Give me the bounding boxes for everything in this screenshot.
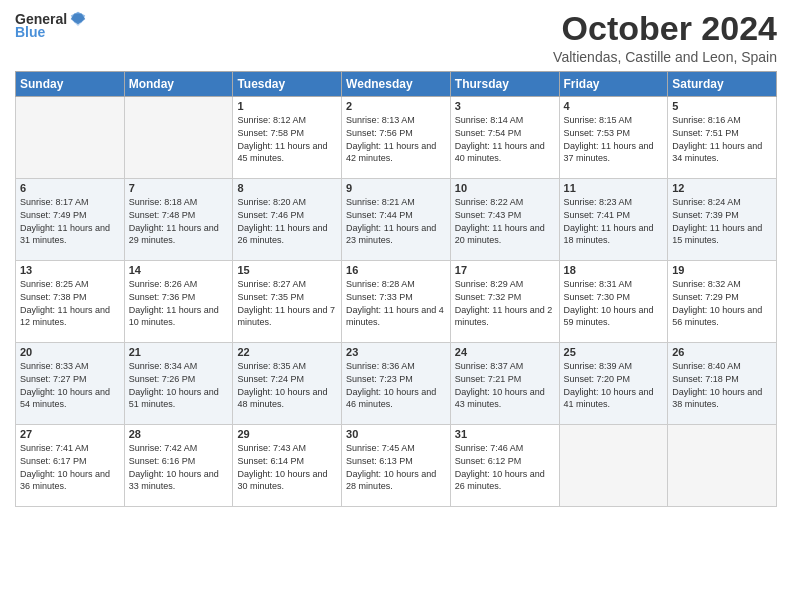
day-number: 21	[129, 346, 229, 358]
table-row	[668, 425, 777, 507]
table-row: 20Sunrise: 8:33 AMSunset: 7:27 PMDayligh…	[16, 343, 125, 425]
day-number: 17	[455, 264, 555, 276]
day-info: Sunrise: 8:18 AMSunset: 7:48 PMDaylight:…	[129, 196, 229, 246]
page: General Blue October 2024 Valtiendas, Ca…	[0, 0, 792, 612]
day-number: 26	[672, 346, 772, 358]
table-row: 21Sunrise: 8:34 AMSunset: 7:26 PMDayligh…	[124, 343, 233, 425]
day-info: Sunrise: 7:42 AMSunset: 6:16 PMDaylight:…	[129, 442, 229, 492]
day-number: 2	[346, 100, 446, 112]
day-number: 14	[129, 264, 229, 276]
day-number: 3	[455, 100, 555, 112]
table-row: 12Sunrise: 8:24 AMSunset: 7:39 PMDayligh…	[668, 179, 777, 261]
table-row	[124, 97, 233, 179]
day-info: Sunrise: 8:29 AMSunset: 7:32 PMDaylight:…	[455, 278, 555, 328]
day-number: 19	[672, 264, 772, 276]
table-row: 7Sunrise: 8:18 AMSunset: 7:48 PMDaylight…	[124, 179, 233, 261]
table-row: 9Sunrise: 8:21 AMSunset: 7:44 PMDaylight…	[342, 179, 451, 261]
table-row: 1Sunrise: 8:12 AMSunset: 7:58 PMDaylight…	[233, 97, 342, 179]
day-number: 16	[346, 264, 446, 276]
day-number: 7	[129, 182, 229, 194]
day-info: Sunrise: 7:41 AMSunset: 6:17 PMDaylight:…	[20, 442, 120, 492]
day-info: Sunrise: 8:15 AMSunset: 7:53 PMDaylight:…	[564, 114, 664, 164]
day-number: 25	[564, 346, 664, 358]
day-number: 11	[564, 182, 664, 194]
day-info: Sunrise: 8:25 AMSunset: 7:38 PMDaylight:…	[20, 278, 120, 328]
day-info: Sunrise: 7:43 AMSunset: 6:14 PMDaylight:…	[237, 442, 337, 492]
col-monday: Monday	[124, 72, 233, 97]
logo-blue: Blue	[15, 24, 45, 40]
day-info: Sunrise: 8:12 AMSunset: 7:58 PMDaylight:…	[237, 114, 337, 164]
col-saturday: Saturday	[668, 72, 777, 97]
day-info: Sunrise: 8:31 AMSunset: 7:30 PMDaylight:…	[564, 278, 664, 328]
day-number: 30	[346, 428, 446, 440]
table-row: 16Sunrise: 8:28 AMSunset: 7:33 PMDayligh…	[342, 261, 451, 343]
day-info: Sunrise: 8:23 AMSunset: 7:41 PMDaylight:…	[564, 196, 664, 246]
table-row: 17Sunrise: 8:29 AMSunset: 7:32 PMDayligh…	[450, 261, 559, 343]
day-number: 28	[129, 428, 229, 440]
day-info: Sunrise: 8:26 AMSunset: 7:36 PMDaylight:…	[129, 278, 229, 328]
table-row: 11Sunrise: 8:23 AMSunset: 7:41 PMDayligh…	[559, 179, 668, 261]
day-info: Sunrise: 8:16 AMSunset: 7:51 PMDaylight:…	[672, 114, 772, 164]
day-info: Sunrise: 8:14 AMSunset: 7:54 PMDaylight:…	[455, 114, 555, 164]
col-thursday: Thursday	[450, 72, 559, 97]
day-number: 22	[237, 346, 337, 358]
day-number: 23	[346, 346, 446, 358]
day-info: Sunrise: 8:28 AMSunset: 7:33 PMDaylight:…	[346, 278, 446, 328]
calendar-table: Sunday Monday Tuesday Wednesday Thursday…	[15, 71, 777, 507]
day-number: 27	[20, 428, 120, 440]
month-title: October 2024	[553, 10, 777, 47]
table-row	[559, 425, 668, 507]
logo-icon	[69, 10, 87, 28]
col-wednesday: Wednesday	[342, 72, 451, 97]
table-row: 18Sunrise: 8:31 AMSunset: 7:30 PMDayligh…	[559, 261, 668, 343]
table-row: 10Sunrise: 8:22 AMSunset: 7:43 PMDayligh…	[450, 179, 559, 261]
table-row: 31Sunrise: 7:46 AMSunset: 6:12 PMDayligh…	[450, 425, 559, 507]
table-row: 25Sunrise: 8:39 AMSunset: 7:20 PMDayligh…	[559, 343, 668, 425]
calendar-week-row: 13Sunrise: 8:25 AMSunset: 7:38 PMDayligh…	[16, 261, 777, 343]
day-number: 15	[237, 264, 337, 276]
day-info: Sunrise: 8:24 AMSunset: 7:39 PMDaylight:…	[672, 196, 772, 246]
location-title: Valtiendas, Castille and Leon, Spain	[553, 49, 777, 65]
day-info: Sunrise: 8:40 AMSunset: 7:18 PMDaylight:…	[672, 360, 772, 410]
table-row: 6Sunrise: 8:17 AMSunset: 7:49 PMDaylight…	[16, 179, 125, 261]
table-row: 30Sunrise: 7:45 AMSunset: 6:13 PMDayligh…	[342, 425, 451, 507]
day-number: 9	[346, 182, 446, 194]
table-row: 8Sunrise: 8:20 AMSunset: 7:46 PMDaylight…	[233, 179, 342, 261]
calendar-week-row: 20Sunrise: 8:33 AMSunset: 7:27 PMDayligh…	[16, 343, 777, 425]
day-info: Sunrise: 8:32 AMSunset: 7:29 PMDaylight:…	[672, 278, 772, 328]
col-sunday: Sunday	[16, 72, 125, 97]
table-row: 29Sunrise: 7:43 AMSunset: 6:14 PMDayligh…	[233, 425, 342, 507]
day-info: Sunrise: 8:35 AMSunset: 7:24 PMDaylight:…	[237, 360, 337, 410]
calendar-week-row: 1Sunrise: 8:12 AMSunset: 7:58 PMDaylight…	[16, 97, 777, 179]
col-friday: Friday	[559, 72, 668, 97]
table-row: 2Sunrise: 8:13 AMSunset: 7:56 PMDaylight…	[342, 97, 451, 179]
table-row: 22Sunrise: 8:35 AMSunset: 7:24 PMDayligh…	[233, 343, 342, 425]
day-number: 24	[455, 346, 555, 358]
calendar-week-row: 6Sunrise: 8:17 AMSunset: 7:49 PMDaylight…	[16, 179, 777, 261]
day-info: Sunrise: 7:46 AMSunset: 6:12 PMDaylight:…	[455, 442, 555, 492]
table-row	[16, 97, 125, 179]
day-info: Sunrise: 8:22 AMSunset: 7:43 PMDaylight:…	[455, 196, 555, 246]
day-number: 31	[455, 428, 555, 440]
calendar-header-row: Sunday Monday Tuesday Wednesday Thursday…	[16, 72, 777, 97]
table-row: 13Sunrise: 8:25 AMSunset: 7:38 PMDayligh…	[16, 261, 125, 343]
table-row: 3Sunrise: 8:14 AMSunset: 7:54 PMDaylight…	[450, 97, 559, 179]
calendar-week-row: 27Sunrise: 7:41 AMSunset: 6:17 PMDayligh…	[16, 425, 777, 507]
table-row: 27Sunrise: 7:41 AMSunset: 6:17 PMDayligh…	[16, 425, 125, 507]
day-number: 1	[237, 100, 337, 112]
day-info: Sunrise: 8:27 AMSunset: 7:35 PMDaylight:…	[237, 278, 337, 328]
table-row: 15Sunrise: 8:27 AMSunset: 7:35 PMDayligh…	[233, 261, 342, 343]
day-number: 5	[672, 100, 772, 112]
day-number: 13	[20, 264, 120, 276]
logo: General Blue	[15, 10, 87, 40]
day-info: Sunrise: 8:17 AMSunset: 7:49 PMDaylight:…	[20, 196, 120, 246]
table-row: 4Sunrise: 8:15 AMSunset: 7:53 PMDaylight…	[559, 97, 668, 179]
table-row: 28Sunrise: 7:42 AMSunset: 6:16 PMDayligh…	[124, 425, 233, 507]
table-row: 26Sunrise: 8:40 AMSunset: 7:18 PMDayligh…	[668, 343, 777, 425]
day-number: 8	[237, 182, 337, 194]
day-number: 4	[564, 100, 664, 112]
table-row: 5Sunrise: 8:16 AMSunset: 7:51 PMDaylight…	[668, 97, 777, 179]
header: General Blue October 2024 Valtiendas, Ca…	[15, 10, 777, 65]
table-row: 23Sunrise: 8:36 AMSunset: 7:23 PMDayligh…	[342, 343, 451, 425]
col-tuesday: Tuesday	[233, 72, 342, 97]
